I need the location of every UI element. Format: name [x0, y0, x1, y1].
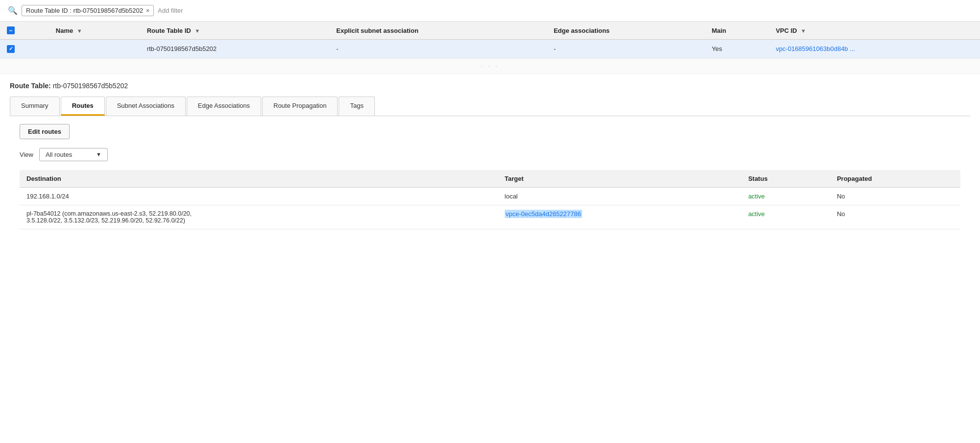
- route-row-0[interactable]: 192.168.1.0/24 local active No: [20, 187, 960, 205]
- route-status-0: active: [741, 187, 830, 205]
- filter-tag-close[interactable]: ×: [146, 7, 149, 14]
- row-explicit-subnet-cell: -: [329, 40, 547, 58]
- row-edge-associations-cell: -: [547, 40, 705, 58]
- tab-tags[interactable]: Tags: [339, 97, 374, 116]
- route-status-1: active: [741, 205, 830, 229]
- row-name-cell: [49, 40, 140, 58]
- route-propagated-1: No: [830, 205, 960, 229]
- edit-routes-button[interactable]: Edit routes: [20, 124, 70, 139]
- main-table-col-route-table-id: Route Table ID ▼: [140, 22, 330, 40]
- select-all-checkbox[interactable]: [7, 26, 15, 34]
- main-table-col-checkbox[interactable]: [0, 22, 49, 40]
- filter-tag[interactable]: Route Table ID : rtb-0750198567d5b5202 ×: [22, 5, 154, 16]
- row-checkbox-cell[interactable]: [0, 40, 49, 58]
- view-select-value: All routes: [46, 151, 72, 158]
- routes-col-propagated: Propagated: [830, 170, 960, 188]
- routes-tab-content: Edit routes View All routes ▼ Destinatio…: [10, 116, 970, 237]
- tab-summary[interactable]: Summary: [10, 97, 60, 116]
- main-table-col-edge-associations: Edge associations: [547, 22, 705, 40]
- vpc-id-sort-icon[interactable]: ▼: [801, 28, 806, 34]
- view-select-dropdown[interactable]: All routes ▼: [39, 148, 108, 161]
- main-table: Name ▼ Route Table ID ▼ Explicit subnet …: [0, 22, 980, 58]
- route-target-1: vpce-0ec5da4d265227786: [498, 205, 741, 229]
- view-row: View All routes ▼: [20, 148, 960, 161]
- detail-pane: Route Table: rtb-0750198567d5b5202 Summa…: [0, 74, 980, 237]
- main-table-col-main: Main: [705, 22, 769, 40]
- route-target-link-1[interactable]: vpce-0ec5da4d265227786: [505, 210, 582, 218]
- tab-route-propagation[interactable]: Route Propagation: [262, 97, 338, 116]
- route-table-label: Route Table: rtb-0750198567d5b5202: [10, 82, 970, 90]
- routes-table-header-row: Destination Target Status Propagated: [20, 170, 960, 188]
- routes-col-status: Status: [741, 170, 830, 188]
- route-propagated-0: No: [830, 187, 960, 205]
- tabs-bar: Summary Routes Subnet Associations Edge …: [10, 97, 970, 116]
- main-table-header-row: Name ▼ Route Table ID ▼ Explicit subnet …: [0, 22, 980, 40]
- route-destination-0: 192.168.1.0/24: [20, 187, 498, 205]
- view-label: View: [20, 151, 33, 158]
- route-table-id-sort-icon[interactable]: ▼: [195, 28, 200, 34]
- routes-table: Destination Target Status Propagated: [20, 170, 960, 229]
- add-filter-placeholder[interactable]: Add filter: [158, 7, 183, 14]
- row-route-table-id-cell: rtb-0750198567d5b5202: [140, 40, 330, 58]
- main-table-col-name: Name ▼: [49, 22, 140, 40]
- filter-tag-text: Route Table ID : rtb-0750198567d5b5202: [26, 7, 143, 14]
- dropdown-arrow-icon: ▼: [96, 151, 101, 157]
- drag-handle[interactable]: · · ·: [0, 58, 980, 74]
- tab-edge-associations[interactable]: Edge Associations: [187, 97, 261, 116]
- table-row[interactable]: rtb-0750198567d5b5202 - - Yes vpc-016859…: [0, 40, 980, 58]
- route-destination-1: pl-7ba54012 (com.amazonaws.us-east-2.s3,…: [20, 205, 498, 229]
- routes-col-destination: Destination: [20, 170, 498, 188]
- name-sort-icon[interactable]: ▼: [77, 28, 82, 34]
- routes-col-target: Target: [498, 170, 741, 188]
- row-checkbox[interactable]: [7, 45, 15, 53]
- search-bar: 🔍 Route Table ID : rtb-0750198567d5b5202…: [0, 0, 980, 22]
- route-row-1[interactable]: pl-7ba54012 (com.amazonaws.us-east-2.s3,…: [20, 205, 960, 229]
- row-main-cell: Yes: [705, 40, 769, 58]
- row-vpc-id-cell: vpc-01685961063b0d84b ...: [769, 40, 980, 58]
- tab-routes[interactable]: Routes: [61, 97, 105, 116]
- vpc-id-link[interactable]: vpc-01685961063b0d84b ...: [776, 45, 855, 52]
- search-icon: 🔍: [8, 6, 18, 15]
- main-table-col-vpc-id: VPC ID ▼: [769, 22, 980, 40]
- main-table-col-explicit-subnet: Explicit subnet association: [329, 22, 547, 40]
- tab-subnet-associations[interactable]: Subnet Associations: [106, 97, 186, 116]
- route-target-0: local: [498, 187, 741, 205]
